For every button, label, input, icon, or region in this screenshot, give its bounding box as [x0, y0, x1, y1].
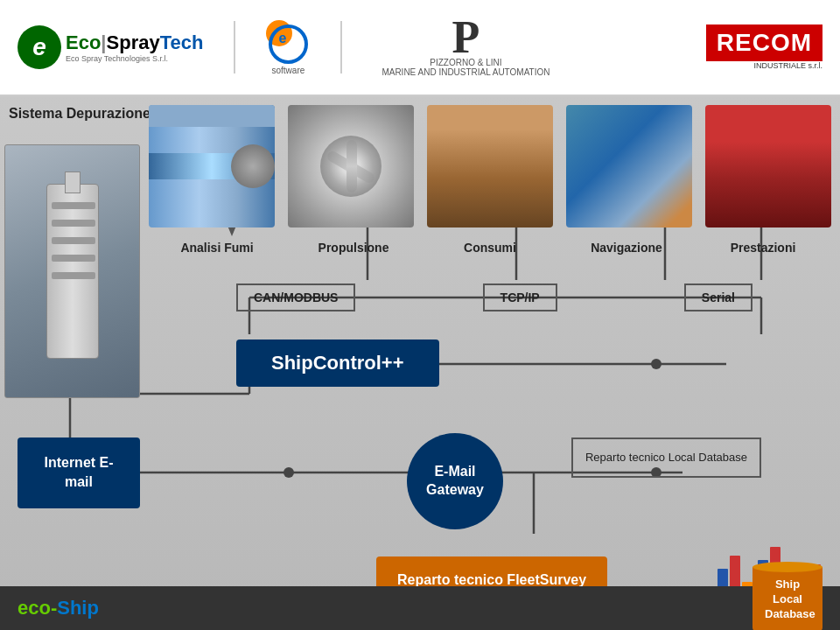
ecoship-logo: eco-Ship: [18, 597, 99, 620]
ib-e-letter: e: [278, 31, 286, 46]
protocol-serial: Serial: [684, 284, 752, 312]
pizzorno-line1: PIZZORNO & LINI: [430, 58, 501, 67]
email-gateway-box: E-Mail Gateway: [407, 433, 503, 529]
label-prestazioni: Prestazioni: [695, 241, 831, 255]
header-divider-1: [234, 21, 235, 74]
label-consumi: Consumi: [422, 241, 558, 255]
protocol-row: CAN/MODBUS TCP/IP Serial: [236, 280, 831, 315]
ship-db-box: Ship Local Database: [752, 567, 822, 630]
reparto-db-box: Reparto tecnico Local Database: [571, 438, 761, 478]
ib-blue-ring: [269, 24, 308, 64]
eco-text: Eco|SprayTech Eco Spray Technologies S.r…: [66, 32, 203, 63]
header-divider-2: [340, 21, 342, 74]
image-consumi: [427, 105, 553, 228]
reparto-db-container: Reparto tecnico Local Database: [571, 438, 761, 478]
eco-span: Eco: [66, 32, 101, 53]
protocol-canmodbus: CAN/MODBUS: [236, 284, 355, 312]
label-analisi: Analisi Fumi: [149, 241, 285, 255]
ship-db-container: Ship Local Database: [752, 562, 822, 630]
top-images-row: [149, 105, 831, 228]
label-navigazione: Navigazione: [558, 241, 695, 255]
ib-icon: e: [266, 20, 310, 64]
protocol-tcpip: TCP/IP: [483, 284, 557, 312]
logo-recom: RECOM INDUSTRIALE s.r.l.: [706, 24, 822, 70]
eco-title: Eco|SprayTech: [66, 32, 203, 54]
image-propulsione: [288, 105, 414, 228]
logo-ecospray: e Eco|SprayTech Eco Spray Technologies S…: [18, 25, 203, 69]
email-gateway-container: E-Mail Gateway: [284, 433, 503, 529]
image-prestazioni: [705, 105, 831, 228]
tech-span: Tech: [160, 32, 204, 53]
internet-container: Internet E-mail: [18, 438, 140, 508]
sistema-image: [4, 144, 140, 398]
spray-span: Spray: [107, 32, 160, 53]
image-analisi-fumi: [149, 105, 275, 228]
logo-ib: e software: [266, 20, 310, 75]
footer: eco-Ship: [0, 586, 840, 630]
pizzorno-line2: MARINE AND INDUSTRIAL AUTOMATION: [382, 67, 550, 77]
logo-pizzorno: P PIZZORNO & LINI MARINE AND INDUSTRIAL …: [382, 18, 550, 78]
ship-db-top: [752, 562, 822, 572]
image-navigazione: [566, 105, 692, 228]
eco-sub: Eco Spray Technologies S.r.l.: [66, 54, 203, 63]
main-area: Sistema Depurazione: [0, 96, 840, 630]
shipcontrol-row: ShipControl++ Ship Local Database: [236, 332, 831, 394]
recom-box: RECOM: [706, 24, 822, 61]
eco-e-icon: e: [18, 25, 61, 69]
label-propulsione: Propulsione: [285, 241, 422, 255]
ib-label: software: [271, 66, 304, 75]
shipcontrol-box: ShipControl++: [236, 340, 439, 387]
recom-sub: INDUSTRIALE s.r.l.: [753, 61, 822, 70]
pizzorno-p-letter: P: [452, 18, 480, 59]
sistema-label: Sistema Depurazione: [9, 105, 150, 123]
header: e Eco|SprayTech Eco Spray Technologies S…: [0, 0, 840, 96]
internet-box: Internet E-mail: [18, 438, 140, 508]
ecoship-eco: eco: [18, 597, 51, 619]
labels-row: Analisi Fumi Propulsione Consumi Navigaz…: [149, 241, 831, 255]
ecoship-ship: Ship: [57, 597, 99, 619]
